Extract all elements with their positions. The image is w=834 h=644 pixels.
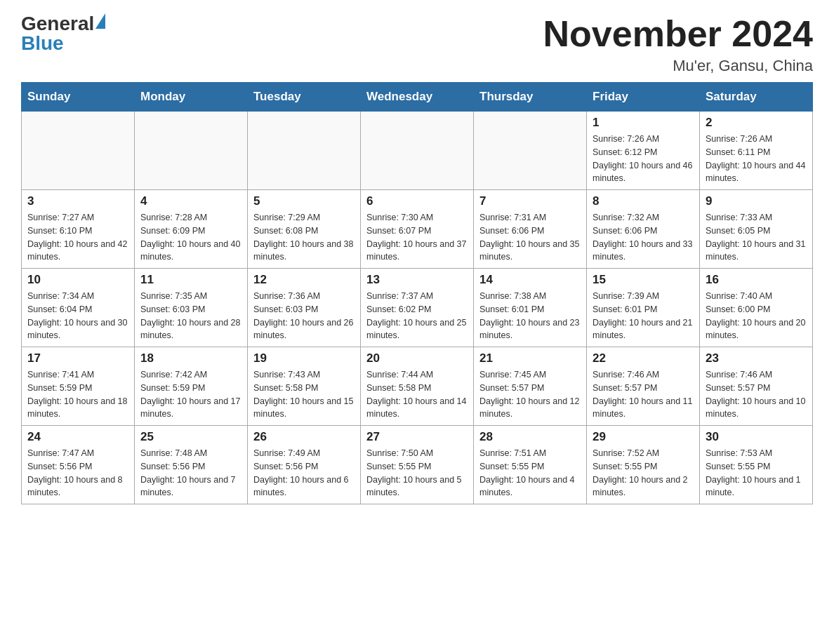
day-number: 30 — [706, 430, 807, 444]
day-of-week-header: Friday — [587, 83, 700, 112]
calendar-header: SundayMondayTuesdayWednesdayThursdayFrid… — [22, 83, 813, 112]
day-info: Sunrise: 7:27 AMSunset: 6:10 PMDaylight:… — [27, 211, 128, 264]
day-number: 7 — [479, 194, 581, 208]
calendar-week-row: 3Sunrise: 7:27 AMSunset: 6:10 PMDaylight… — [22, 190, 813, 269]
day-info: Sunrise: 7:31 AMSunset: 6:06 PMDaylight:… — [479, 211, 581, 264]
calendar-cell: 22Sunrise: 7:46 AMSunset: 5:57 PMDayligh… — [587, 347, 700, 426]
day-info: Sunrise: 7:29 AMSunset: 6:08 PMDaylight:… — [253, 211, 355, 264]
calendar-body: 1Sunrise: 7:26 AMSunset: 6:12 PMDaylight… — [22, 112, 813, 504]
day-info: Sunrise: 7:39 AMSunset: 6:01 PMDaylight:… — [593, 290, 694, 342]
day-info: Sunrise: 7:32 AMSunset: 6:06 PMDaylight:… — [593, 211, 694, 264]
day-number: 2 — [706, 116, 807, 130]
calendar-cell: 16Sunrise: 7:40 AMSunset: 6:00 PMDayligh… — [700, 269, 813, 347]
day-info: Sunrise: 7:47 AMSunset: 5:56 PMDaylight:… — [27, 447, 128, 499]
day-info: Sunrise: 7:50 AMSunset: 5:55 PMDaylight:… — [366, 447, 468, 499]
calendar-cell: 11Sunrise: 7:35 AMSunset: 6:03 PMDayligh… — [135, 269, 248, 347]
calendar-cell — [248, 112, 361, 190]
day-number: 29 — [593, 430, 694, 444]
day-number: 19 — [253, 351, 355, 365]
day-number: 12 — [253, 273, 355, 287]
day-number: 9 — [706, 194, 807, 208]
calendar-cell — [135, 112, 248, 190]
day-info: Sunrise: 7:51 AMSunset: 5:55 PMDaylight:… — [479, 447, 581, 499]
calendar-cell — [22, 112, 135, 190]
day-number: 6 — [366, 194, 468, 208]
day-number: 4 — [140, 194, 241, 208]
calendar-cell: 2Sunrise: 7:26 AMSunset: 6:11 PMDaylight… — [700, 112, 813, 190]
calendar-cell: 8Sunrise: 7:32 AMSunset: 6:06 PMDaylight… — [587, 190, 700, 269]
day-of-week-header: Thursday — [474, 83, 587, 112]
calendar-cell: 30Sunrise: 7:53 AMSunset: 5:55 PMDayligh… — [700, 426, 813, 504]
day-info: Sunrise: 7:34 AMSunset: 6:04 PMDaylight:… — [27, 290, 128, 342]
calendar-cell: 28Sunrise: 7:51 AMSunset: 5:55 PMDayligh… — [474, 426, 587, 504]
logo-general-text: General — [21, 14, 94, 34]
day-info: Sunrise: 7:43 AMSunset: 5:58 PMDaylight:… — [253, 368, 355, 421]
day-number: 20 — [366, 351, 468, 365]
calendar-cell: 4Sunrise: 7:28 AMSunset: 6:09 PMDaylight… — [135, 190, 248, 269]
calendar-cell — [361, 112, 474, 190]
day-number: 11 — [140, 273, 241, 287]
calendar-table: SundayMondayTuesdayWednesdayThursdayFrid… — [21, 82, 813, 504]
day-of-week-header: Wednesday — [361, 83, 474, 112]
calendar-cell — [474, 112, 587, 190]
day-number: 17 — [27, 351, 128, 365]
logo-blue-text: Blue — [21, 32, 64, 54]
calendar-cell: 26Sunrise: 7:49 AMSunset: 5:56 PMDayligh… — [248, 426, 361, 504]
calendar-cell: 6Sunrise: 7:30 AMSunset: 6:07 PMDaylight… — [361, 190, 474, 269]
day-of-week-header: Monday — [135, 83, 248, 112]
calendar-cell: 17Sunrise: 7:41 AMSunset: 5:59 PMDayligh… — [22, 347, 135, 426]
calendar-cell: 3Sunrise: 7:27 AMSunset: 6:10 PMDaylight… — [22, 190, 135, 269]
day-info: Sunrise: 7:36 AMSunset: 6:03 PMDaylight:… — [253, 290, 355, 342]
day-number: 10 — [27, 273, 128, 287]
day-info: Sunrise: 7:53 AMSunset: 5:55 PMDaylight:… — [706, 447, 807, 499]
day-number: 23 — [706, 351, 807, 365]
day-info: Sunrise: 7:26 AMSunset: 6:12 PMDaylight:… — [593, 133, 694, 185]
calendar-cell: 24Sunrise: 7:47 AMSunset: 5:56 PMDayligh… — [22, 426, 135, 504]
day-number: 25 — [140, 430, 241, 444]
day-of-week-header: Sunday — [22, 83, 135, 112]
day-info: Sunrise: 7:52 AMSunset: 5:55 PMDaylight:… — [593, 447, 694, 499]
day-number: 27 — [366, 430, 468, 444]
calendar-cell: 1Sunrise: 7:26 AMSunset: 6:12 PMDaylight… — [587, 112, 700, 190]
day-number: 24 — [27, 430, 128, 444]
day-info: Sunrise: 7:46 AMSunset: 5:57 PMDaylight:… — [593, 368, 694, 421]
day-number: 8 — [593, 194, 694, 208]
calendar-cell: 18Sunrise: 7:42 AMSunset: 5:59 PMDayligh… — [135, 347, 248, 426]
day-info: Sunrise: 7:46 AMSunset: 5:57 PMDaylight:… — [706, 368, 807, 421]
day-info: Sunrise: 7:49 AMSunset: 5:56 PMDaylight:… — [253, 447, 355, 499]
calendar-week-row: 17Sunrise: 7:41 AMSunset: 5:59 PMDayligh… — [22, 347, 813, 426]
calendar-cell: 12Sunrise: 7:36 AMSunset: 6:03 PMDayligh… — [248, 269, 361, 347]
calendar-cell: 27Sunrise: 7:50 AMSunset: 5:55 PMDayligh… — [361, 426, 474, 504]
day-number: 14 — [479, 273, 581, 287]
day-header-row: SundayMondayTuesdayWednesdayThursdayFrid… — [22, 83, 813, 112]
day-number: 26 — [253, 430, 355, 444]
day-info: Sunrise: 7:45 AMSunset: 5:57 PMDaylight:… — [479, 368, 581, 421]
logo-triangle-icon — [95, 13, 105, 29]
day-number: 3 — [27, 194, 128, 208]
day-info: Sunrise: 7:48 AMSunset: 5:56 PMDaylight:… — [140, 447, 241, 499]
day-number: 21 — [479, 351, 581, 365]
day-number: 16 — [706, 273, 807, 287]
calendar-cell: 15Sunrise: 7:39 AMSunset: 6:01 PMDayligh… — [587, 269, 700, 347]
day-of-week-header: Tuesday — [248, 83, 361, 112]
calendar-cell: 23Sunrise: 7:46 AMSunset: 5:57 PMDayligh… — [700, 347, 813, 426]
day-info: Sunrise: 7:33 AMSunset: 6:05 PMDaylight:… — [706, 211, 807, 264]
calendar-week-row: 1Sunrise: 7:26 AMSunset: 6:12 PMDaylight… — [22, 112, 813, 190]
calendar-subtitle: Mu'er, Gansu, China — [543, 57, 813, 75]
calendar-cell: 19Sunrise: 7:43 AMSunset: 5:58 PMDayligh… — [248, 347, 361, 426]
day-info: Sunrise: 7:40 AMSunset: 6:00 PMDaylight:… — [706, 290, 807, 342]
day-of-week-header: Saturday — [700, 83, 813, 112]
day-info: Sunrise: 7:35 AMSunset: 6:03 PMDaylight:… — [140, 290, 241, 342]
day-number: 13 — [366, 273, 468, 287]
day-info: Sunrise: 7:44 AMSunset: 5:58 PMDaylight:… — [366, 368, 468, 421]
day-info: Sunrise: 7:28 AMSunset: 6:09 PMDaylight:… — [140, 211, 241, 264]
logo: General Blue — [21, 14, 105, 53]
day-number: 28 — [479, 430, 581, 444]
calendar-cell: 25Sunrise: 7:48 AMSunset: 5:56 PMDayligh… — [135, 426, 248, 504]
calendar-cell: 21Sunrise: 7:45 AMSunset: 5:57 PMDayligh… — [474, 347, 587, 426]
title-block: November 2024 Mu'er, Gansu, China — [543, 14, 813, 75]
calendar-cell: 13Sunrise: 7:37 AMSunset: 6:02 PMDayligh… — [361, 269, 474, 347]
calendar-cell: 14Sunrise: 7:38 AMSunset: 6:01 PMDayligh… — [474, 269, 587, 347]
calendar-cell: 7Sunrise: 7:31 AMSunset: 6:06 PMDaylight… — [474, 190, 587, 269]
calendar-cell: 5Sunrise: 7:29 AMSunset: 6:08 PMDaylight… — [248, 190, 361, 269]
